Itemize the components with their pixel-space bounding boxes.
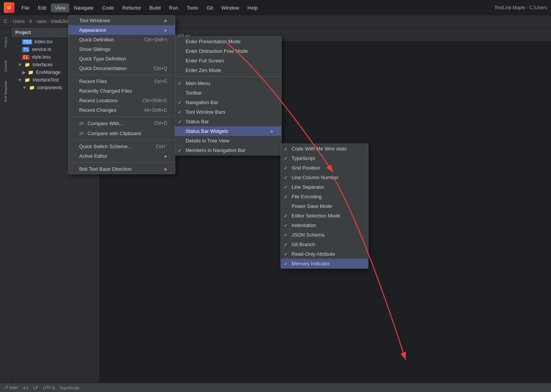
status-git[interactable]: ⎇ main (3, 385, 18, 390)
code-line: X:+HeapDumpOnOutOfMemor (99, 91, 551, 99)
breadcrumb-file[interactable]: 📄 idea64.exe.vmoptions (91, 19, 144, 24)
sidebar-icons: Project Commit Pull Requests (0, 28, 11, 392)
code-line: 11 -D (99, 99, 551, 106)
code-line: 14 -D (99, 122, 551, 129)
menu-refactor[interactable]: Refactor (119, 3, 145, 12)
menu-build[interactable]: Build (146, 3, 165, 12)
project-title: TestLink-Maple - C:\Users (494, 5, 547, 10)
editor-tab-index-tsx[interactable]: TS Test\index.tsx × (99, 31, 155, 41)
code-line: X:SoftRefLRUPolicyMSPer (99, 76, 551, 83)
breadcrumb-separator: › (34, 19, 35, 23)
breadcrumb-separator: › (26, 19, 28, 23)
status-typescript[interactable]: TypeScript (59, 385, 79, 390)
sidebar-item-commit[interactable]: Commit (1, 55, 10, 78)
code-line: 15 -D (99, 129, 551, 137)
status-position[interactable]: 4:1 (23, 385, 29, 390)
breadcrumb-part[interactable]: C: (4, 19, 8, 24)
tab-close-icon[interactable]: × (147, 34, 149, 38)
code-line: mx2048m (99, 53, 551, 60)
sidebar-item-pull-requests[interactable]: Pull Requests (1, 80, 10, 103)
tree-item-envmanage[interactable]: ▶ 📁 EnvManage (11, 69, 99, 76)
menu-bar: File Edit View Navigate Code Refactor Bu… (18, 3, 491, 12)
menu-edit[interactable]: Edit (34, 3, 50, 12)
menu-git[interactable]: Git (203, 3, 217, 12)
app-logo: IJ (4, 2, 15, 13)
breadcrumb-separator: › (88, 19, 90, 23)
code-line: ms128m (99, 60, 551, 68)
status-encoding[interactable]: UTF-8 (43, 385, 55, 390)
breadcrumb-separator: › (10, 19, 11, 23)
tree-item-style-less[interactable]: CL style.less (11, 53, 99, 61)
menu-help[interactable]: Help (244, 3, 262, 12)
menu-tools[interactable]: Tools (183, 3, 202, 12)
sidebar-item-project[interactable]: Project (1, 31, 10, 54)
breadcrumb-part[interactable]: A (29, 19, 32, 24)
editor-content[interactable]: X:ReservedCodeCacheSize mx2048m ms128m X… (99, 41, 551, 392)
tree-item-service-ts[interactable]: TS service.ts (11, 46, 99, 53)
breadcrumb-separator: › (48, 19, 49, 23)
breadcrumb-part[interactable]: rains (36, 19, 46, 24)
editor-tab-idea64[interactable]: 📄 idea64.ex (155, 31, 196, 41)
menu-navigate[interactable]: Navigate (70, 3, 97, 12)
status-bar: ⎇ main 4:1 LF UTF-8 TypeScript (0, 383, 551, 392)
menu-run[interactable]: Run (165, 3, 182, 12)
breadcrumb: C: › Users › A › rains › IntelliJIdea202… (0, 15, 551, 28)
tree-item-interface-test[interactable]: ▼ 📁 InterfaceTest (11, 76, 99, 84)
title-bar: IJ File Edit View Navigate Code Refactor… (0, 0, 551, 15)
tree-item-index-tsx[interactable]: TSX index.tsx (11, 38, 99, 46)
menu-window[interactable]: Window (218, 3, 243, 12)
breadcrumb-part[interactable]: IntelliJIdea2021.2 (51, 19, 87, 24)
tree-item-interfaces[interactable]: ▼ 📁 Interfaces (11, 61, 99, 69)
editor-area: TS Test\index.tsx × 📄 idea64.ex X:Reserv… (99, 28, 551, 392)
menu-code[interactable]: Code (98, 3, 118, 12)
tree-header: Project (11, 28, 99, 38)
breadcrumb-part[interactable]: Users (13, 19, 24, 24)
menu-view[interactable]: View (51, 3, 69, 12)
code-line: 13 -D (99, 114, 551, 122)
project-tree: Project TSX index.tsx TS service.ts CL s… (11, 28, 99, 392)
tree-item-components[interactable]: ▼ 📁 components (11, 84, 99, 91)
status-separator[interactable]: LF (33, 385, 38, 390)
menu-file[interactable]: File (18, 3, 33, 12)
code-line: X:ReservedCodeCacheSize (99, 45, 551, 53)
editor-tabs: TS Test\index.tsx × 📄 idea64.ex (99, 28, 551, 41)
code-line: 12 -D (99, 106, 551, 114)
code-line: X:+UseG1GC (99, 68, 551, 76)
main-layout: Project Commit Pull Requests Project TSX… (0, 28, 551, 392)
code-line: X:CICompilerCount=2 (99, 83, 551, 91)
